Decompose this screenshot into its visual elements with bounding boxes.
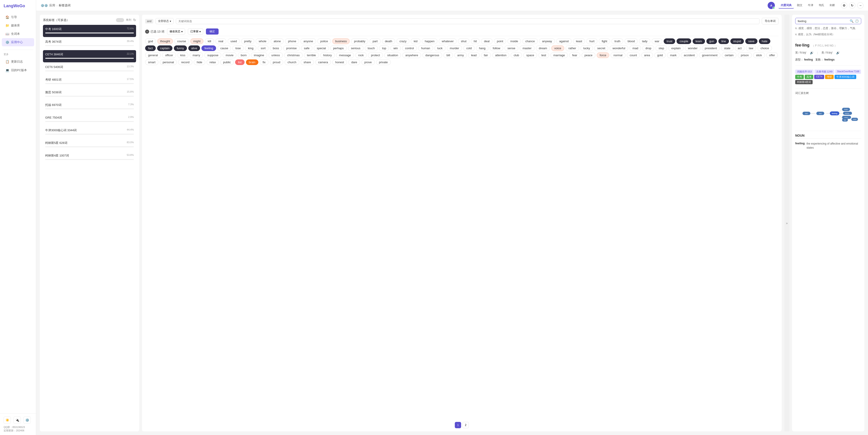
word-tag[interactable]: history: [320, 53, 335, 58]
word-tag[interactable]: smart: [145, 59, 158, 65]
word-tag[interactable]: king: [245, 45, 256, 51]
word-tag[interactable]: cause: [217, 45, 231, 51]
word-tag[interactable]: gun: [706, 38, 717, 44]
sidebar-item-oldpc[interactable]: 💻 旧的PC版本: [2, 66, 34, 74]
word-tag[interactable]: against: [556, 38, 572, 44]
word-tag[interactable]: president: [702, 45, 720, 51]
tag-item[interactable]: 柯林斯5星 628词 83.0%: [43, 139, 136, 151]
word-tag[interactable]: officer: [162, 53, 176, 58]
tag-item[interactable]: 牛津3000核心词 3344词 44.4%: [43, 126, 136, 138]
theme-button[interactable]: ☀️: [4, 416, 11, 424]
word-tag[interactable]: gold: [654, 53, 666, 58]
word-tag[interactable]: share: [301, 59, 314, 65]
word-tag[interactable]: serious: [348, 45, 364, 51]
tag-item[interactable]: 柯林斯4星 1007词 53.8%: [43, 151, 136, 164]
word-tag[interactable]: hurt: [586, 38, 597, 44]
word-tag[interactable]: hang: [476, 45, 489, 51]
mastered-dropdown[interactable]: 已掌握 ▾: [188, 29, 203, 35]
word-tag[interactable]: phone: [285, 38, 299, 44]
word-tag[interactable]: alive: [188, 45, 200, 51]
word-tag[interactable]: police: [317, 38, 331, 44]
word-tag[interactable]: act: [735, 45, 745, 51]
word-tag[interactable]: peace: [582, 53, 595, 58]
word-tag[interactable]: situation: [384, 53, 401, 58]
single-column-toggle[interactable]: [116, 18, 124, 22]
deselect-all-button[interactable]: −: [145, 30, 149, 34]
word-tag[interactable]: offer: [766, 53, 778, 58]
word-tag[interactable]: lady: [639, 38, 650, 44]
word-tag[interactable]: probably: [351, 38, 368, 44]
word-tag[interactable]: unless: [269, 53, 283, 58]
tag-item[interactable]: 托福 6970词 7.3%: [43, 101, 136, 113]
word-tag[interactable]: count: [627, 53, 640, 58]
word-tag[interactable]: team: [692, 38, 705, 44]
word-tag[interactable]: lucky: [581, 45, 593, 51]
word-tag[interactable]: proud: [270, 59, 283, 65]
word-tag[interactable]: terrible: [304, 53, 319, 58]
word-tag[interactable]: christmas: [284, 53, 303, 58]
settings-icon-button[interactable]: ⚙: [841, 2, 847, 8]
tag-item[interactable]: GRE 7504词 2.9%: [43, 113, 136, 126]
word-tag[interactable]: business: [332, 38, 350, 44]
dict-tab-cambridge[interactable]: 剑桥: [827, 2, 837, 8]
page-button[interactable]: 2: [463, 422, 469, 428]
word-tag[interactable]: wonder: [685, 45, 701, 51]
word-tag[interactable]: law: [746, 45, 756, 51]
word-tag[interactable]: dare: [348, 59, 360, 65]
word-tag[interactable]: fix: [260, 59, 269, 65]
word-tag[interactable]: lose: [232, 45, 244, 51]
word-tag[interactable]: personal: [160, 59, 177, 65]
word-tag[interactable]: alone: [271, 38, 284, 44]
word-tag[interactable]: lead: [468, 53, 480, 58]
word-tag[interactable]: least: [573, 38, 585, 44]
word-tag[interactable]: explain: [669, 45, 684, 51]
word-tag[interactable]: state: [721, 45, 733, 51]
word-tag[interactable]: choice: [757, 45, 772, 51]
word-tag[interactable]: space: [523, 53, 537, 58]
tag-item[interactable]: CET4 3846词 22.1%: [43, 50, 136, 62]
word-tag[interactable]: government: [699, 53, 720, 58]
word-tag[interactable]: fair: [481, 53, 491, 58]
word-tag[interactable]: stupid: [730, 38, 744, 44]
word-tag[interactable]: whole: [256, 38, 269, 44]
word-tag[interactable]: boss: [270, 45, 282, 51]
word-tag[interactable]: force: [597, 53, 609, 58]
word-tag[interactable]: real: [215, 38, 226, 44]
word-tag[interactable]: protect: [368, 53, 383, 58]
word-tag[interactable]: human: [418, 45, 433, 51]
word-tag[interactable]: couple: [677, 38, 691, 44]
export-button[interactable]: 导出单词: [762, 18, 778, 24]
word-tag[interactable]: inside: [507, 38, 521, 44]
history-icon[interactable]: 🕐: [855, 19, 859, 23]
word-tag[interactable]: voice: [551, 45, 564, 51]
word-tag[interactable]: brain: [246, 59, 258, 65]
word-tag[interactable]: accident: [681, 53, 698, 58]
word-tag[interactable]: dangerous: [423, 53, 442, 58]
word-tag[interactable]: marriage: [550, 53, 568, 58]
word-tag[interactable]: prove: [362, 59, 375, 65]
word-tag[interactable]: cold: [463, 45, 475, 51]
word-tag[interactable]: follow: [490, 45, 503, 51]
word-tag[interactable]: step: [655, 45, 667, 51]
word-tag[interactable]: anyway: [539, 38, 555, 44]
word-tag[interactable]: hit: [471, 38, 480, 44]
word-tag[interactable]: normal: [611, 53, 625, 58]
word-tag[interactable]: fight: [599, 38, 610, 44]
word-tag[interactable]: blood: [625, 38, 638, 44]
word-tag[interactable]: sort: [258, 45, 269, 51]
settings-button[interactable]: ⚙️: [24, 416, 31, 424]
word-tag[interactable]: touch: [365, 45, 378, 51]
word-tag[interactable]: win: [391, 45, 401, 51]
confirm-button[interactable]: 确定: [206, 29, 219, 35]
word-tag[interactable]: sense: [504, 45, 518, 51]
word-tag[interactable]: private: [376, 59, 391, 65]
word-tag[interactable]: mad: [629, 45, 641, 51]
refresh-tags-button[interactable]: ↻: [133, 18, 136, 22]
word-tag[interactable]: promise: [283, 45, 300, 51]
dict-tab-oxford[interactable]: 牛津: [806, 2, 815, 8]
word-tag[interactable]: deal: [481, 38, 493, 44]
tag-item[interactable]: 中考 1600词 72.6%: [43, 25, 136, 37]
word-tag[interactable]: master: [520, 45, 535, 51]
word-tag[interactable]: funny: [174, 45, 187, 51]
collapse-arrow[interactable]: »: [784, 15, 789, 431]
